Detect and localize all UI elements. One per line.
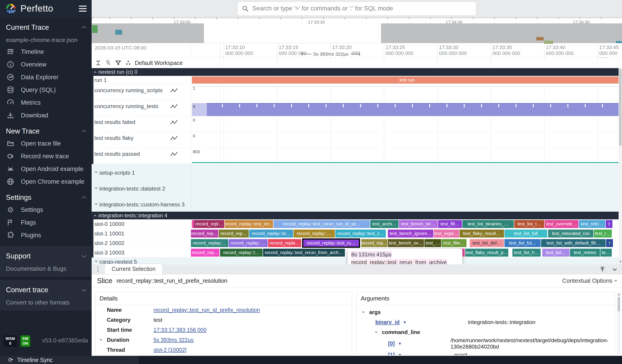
slice[interactable]: record_rep… <box>191 249 219 256</box>
chevron-up-icon[interactable] <box>82 130 86 134</box>
chevron-down-icon[interactable] <box>100 338 102 340</box>
track-label[interactable]: concurrency running_scripts <box>92 85 191 100</box>
section-title-3[interactable]: Support <box>6 252 86 260</box>
contextual-options-button[interactable]: Contextual Options <box>562 277 617 284</box>
sidebar-item-open-chrome-example[interactable]: Open Chrome example <box>6 175 86 188</box>
menu-icon[interactable] <box>79 4 87 13</box>
track-label[interactable]: slot-1 10001 <box>92 229 191 238</box>
slice[interactable]: record_replay:… <box>191 239 228 247</box>
search-input[interactable] <box>252 5 472 12</box>
slice[interactable]: record_replay::… <box>293 230 335 237</box>
slice[interactable]: record_repla… <box>268 239 301 247</box>
slice[interactable]: record_replay::… <box>229 239 268 247</box>
sidebar-item-record-new-trace[interactable]: Record new trace <box>6 150 86 163</box>
slice[interactable]: t <box>606 220 612 228</box>
wsm-badge[interactable]: WSM0 <box>4 335 17 347</box>
dropdown-arrow-icon[interactable]: ▾ <box>404 320 406 325</box>
argument-key[interactable]: [0]▾ <box>388 340 401 347</box>
slice[interactable]: test_archi… <box>370 220 399 228</box>
slice[interactable]: record_replay::test_rerun_run_id_se… <box>273 220 370 228</box>
track-content[interactable]: 800 <box>191 148 622 164</box>
sidebar-item-settings[interactable]: ⚙Settings <box>6 203 86 216</box>
expand-panel-icon[interactable] <box>599 266 606 273</box>
chevron-down-icon[interactable] <box>82 253 86 258</box>
track-label[interactable]: slot-2 10002 <box>92 238 191 248</box>
slice[interactable]: test run <box>192 76 622 84</box>
track-content[interactable]: record_repl…record_replay::test_rer…reco… <box>191 219 622 229</box>
slice[interactable]: record_replay::t… <box>220 249 263 256</box>
sw-badge[interactable]: SWON <box>20 335 30 347</box>
tab-current-selection[interactable]: Current Selection <box>105 264 162 274</box>
slice[interactable]: test_list_def… <box>470 239 504 247</box>
track-label[interactable]: run 1 <box>92 76 191 85</box>
section-title-1[interactable]: New Trace <box>6 127 86 135</box>
slice[interactable]: test_flaky_result… <box>459 230 504 237</box>
collapse-all-icon[interactable] <box>95 59 102 66</box>
search-box[interactable] <box>238 2 476 15</box>
track-label[interactable]: cargo-nextest 5 <box>92 257 191 264</box>
slice[interactable]: test_list_full <box>505 230 547 237</box>
tracks-scrollbar[interactable]: ▼ <box>619 68 622 264</box>
track-content[interactable] <box>191 180 622 196</box>
chevron-down-icon[interactable] <box>375 330 377 333</box>
argument-key-text[interactable]: [0] <box>388 340 395 347</box>
track-content[interactable]: record_rep…record_rep…record_replay::te…… <box>191 229 622 238</box>
slice[interactable]: test_retri… <box>579 220 605 228</box>
scrollbar-thumb[interactable] <box>619 69 622 146</box>
track-label[interactable]: test results failed <box>92 116 191 132</box>
workspace-icon[interactable] <box>125 59 132 66</box>
chevron-down-icon[interactable] <box>362 310 365 313</box>
time-ruler[interactable]: 2026-03-15 UTC-08:00 17:33:10000 000 000… <box>92 43 622 58</box>
detail-value[interactable]: slot-2 [10002] <box>154 347 186 353</box>
track-label[interactable]: integration-tests::custom-harness 3 <box>92 196 191 212</box>
panel-scrollbar[interactable]: ▲ <box>617 292 621 354</box>
sidebar-item-query-sql-[interactable]: Query (SQL) <box>6 84 86 96</box>
track-label[interactable]: test results passed <box>92 148 191 164</box>
group-header[interactable]: integration-tests::integration 4 <box>92 212 622 219</box>
slice[interactable]: test_relocated_run <box>548 230 593 237</box>
slice[interactable]: record_rep… <box>191 230 218 237</box>
argument-key-text[interactable]: binary_id <box>375 319 400 325</box>
group-header[interactable]: nextest run (ci) 0 <box>92 68 622 76</box>
track-content[interactable]: 1 <box>191 85 622 100</box>
argument-key-text[interactable]: [1] <box>388 352 395 355</box>
slice[interactable]: test_filt… <box>438 220 462 228</box>
minimap-viewport[interactable] <box>381 23 622 43</box>
slice[interactable]: test_override… <box>545 220 578 228</box>
argument-key[interactable]: [1]▾ <box>388 352 401 355</box>
slice[interactable]: test_list_with_default_filt… <box>541 239 606 247</box>
track-label[interactable]: slot-3 10003 <box>92 248 191 257</box>
chevron-up-icon[interactable] <box>82 26 86 30</box>
dropdown-arrow-icon[interactable]: ▾ <box>399 341 401 346</box>
sidebar-item-download[interactable]: Download <box>6 109 86 122</box>
dropdown-arrow-icon[interactable]: ▾ <box>399 352 401 355</box>
sidebar-item-open-android-example[interactable]: Open Android example <box>6 163 86 175</box>
workspace-name[interactable]: Default Workspace <box>135 60 183 66</box>
slice[interactable]: test_list_binaries_… <box>462 220 514 228</box>
filter-icon[interactable] <box>115 59 122 66</box>
slice[interactable]: record_replay::test_s… <box>335 230 386 237</box>
track-content[interactable]: 0 <box>191 116 622 132</box>
slice[interactable]: record_replay::test_rerun_from_arch… <box>263 249 345 256</box>
section-title-0[interactable]: Current Trace <box>6 23 86 32</box>
slice[interactable]: test_bench_ignore… <box>388 230 433 237</box>
slice[interactable]: record_rep… <box>219 230 249 237</box>
sidebar-item-metrics[interactable]: Metrics <box>6 96 86 109</box>
section-title-4[interactable]: Convert trace <box>6 286 86 294</box>
slice[interactable]: test_… <box>425 239 441 247</box>
slice[interactable]: test_r… <box>594 230 612 237</box>
sidebar-item-plugins[interactable]: Plugins <box>6 229 86 242</box>
track-content[interactable]: 0 <box>191 132 622 148</box>
slice[interactable]: test_bench_ov… <box>388 239 424 247</box>
track-label[interactable]: concurrency running_tests <box>92 100 191 116</box>
track-content[interactable] <box>191 164 622 180</box>
sidebar-item-data-explorer[interactable]: Data Explorer <box>6 71 86 84</box>
track-content[interactable]: record_replay:…record_replay::…record_re… <box>191 238 622 248</box>
slice[interactable]: test_filte… <box>442 239 466 247</box>
track-content[interactable] <box>191 196 622 212</box>
slice[interactable]: test_list_h… <box>512 249 541 256</box>
track-label[interactable]: setup-scripts 1 <box>92 164 191 180</box>
track-label[interactable]: test results flaky <box>92 132 191 148</box>
slice[interactable]: te… <box>600 249 612 256</box>
track-content[interactable]: test run <box>191 76 622 85</box>
